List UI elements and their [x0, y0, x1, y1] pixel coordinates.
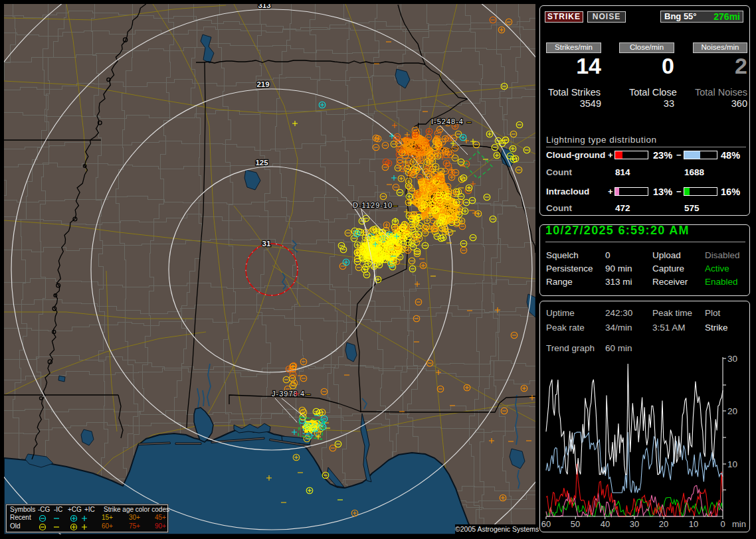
svg-text:10: 10 — [689, 519, 698, 529]
svg-text:20: 20 — [659, 519, 668, 529]
svg-text:219: 219 — [256, 80, 269, 88]
svg-text:0: 0 — [720, 519, 725, 529]
svg-text:–: – — [393, 201, 398, 209]
svg-text:–: – — [306, 390, 311, 398]
svg-text:J-3978: J-3978 — [272, 390, 298, 398]
svg-text:30: 30 — [630, 519, 639, 529]
svg-text:10: 10 — [727, 459, 737, 469]
svg-text:313: 313 — [258, 4, 270, 9]
svg-text:31: 31 — [262, 240, 271, 248]
svg-text:50: 50 — [571, 519, 580, 529]
svg-text:125: 125 — [255, 159, 268, 167]
svg-text:–: – — [467, 117, 472, 125]
svg-text:20: 20 — [727, 406, 737, 416]
svg-text:D-1129-10: D-1129-10 — [353, 201, 393, 209]
svg-text:40: 40 — [601, 519, 610, 529]
svg-text:30: 30 — [727, 354, 737, 364]
svg-text:I-5248-4: I-5248-4 — [431, 117, 464, 125]
svg-text:4: 4 — [300, 390, 305, 398]
svg-text:60: 60 — [541, 519, 551, 529]
svg-text:min: min — [732, 519, 746, 529]
